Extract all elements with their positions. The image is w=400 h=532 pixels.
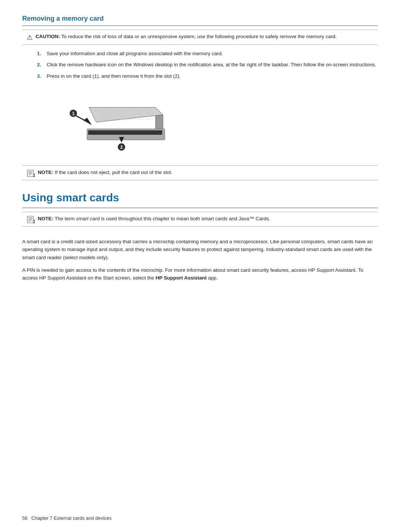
smart-cards-section: Using smart cards NOTE: The term smart c… [22,191,378,282]
note-post-italic: is used throughout this chapter to mean … [100,216,270,221]
memory-card-image-area: 1 2 [67,85,170,160]
smart-p2-end: app. [207,275,218,281]
footer-chapter: Chapter 7 External cards and devices [31,515,111,521]
svg-text:1: 1 [72,111,75,116]
note-text-removing: NOTE: If the card does not eject, pull t… [38,169,172,176]
note-box-smart: NOTE: The term smart card is used throug… [22,212,378,227]
step-3-number: 3. [37,73,44,80]
svg-rect-15 [88,130,162,135]
step-1-text: Save your information and close all prog… [47,50,223,57]
smart-paragraph-1: A smart card is a credit card-sized acce… [22,238,378,262]
removing-section-title: Removing a memory card [22,15,378,23]
step-2-number: 2. [37,61,44,68]
step-1: 1. Save your information and close all p… [37,50,378,57]
page: Removing a memory card ⚠ CAUTION: To red… [0,0,400,532]
caution-body: To reduce the risk of loss of data or an… [61,34,337,39]
note-italic-text: smart card [76,216,100,221]
memory-card-svg: 1 2 [67,85,170,159]
note-label-smart: NOTE: [38,216,53,221]
svg-rect-31 [27,216,33,223]
smart-cards-title: Using smart cards [22,191,378,204]
note-body-removing: If the card does not eject, pull the car… [55,170,172,175]
note-box-removing: NOTE: If the card does not eject, pull t… [22,165,378,180]
caution-icon: ⚠ [27,33,33,41]
note-text-smart: NOTE: The term smart card is used throug… [38,215,270,222]
step-2-text: Click the remove hardware icon on the Wi… [47,61,376,68]
step-3-text: Press in on the card (1), and then remov… [47,73,181,80]
svg-text:2: 2 [120,145,123,150]
step-2: 2. Click the remove hardware icon on the… [37,61,378,68]
removing-section: Removing a memory card ⚠ CAUTION: To red… [22,15,378,180]
smart-paragraph-2: A PIN is needed to gain access to the co… [22,266,378,282]
caution-text: CAUTION: To reduce the risk of loss of d… [36,33,337,40]
note-label-removing: NOTE: [38,170,53,175]
note-icon [27,170,35,177]
caution-box: ⚠ CAUTION: To reduce the risk of loss of… [22,30,378,45]
step-3: 3. Press in on the card (1), and then re… [37,73,378,80]
svg-rect-23 [27,170,33,177]
footer-page-number: 56 [22,515,27,521]
note-icon-smart [27,216,35,223]
steps-list: 1. Save your information and close all p… [37,50,378,80]
smart-p2-bold: HP Support Assistant [156,275,207,281]
note-pre-italic: The term [55,216,76,221]
smart-section-divider [22,208,378,208]
section-divider-blue [22,26,378,26]
step-1-number: 1. [37,50,44,57]
page-footer: 56 Chapter 7 External cards and devices [22,515,378,521]
svg-marker-2 [89,107,163,122]
caution-label: CAUTION: [36,34,60,39]
